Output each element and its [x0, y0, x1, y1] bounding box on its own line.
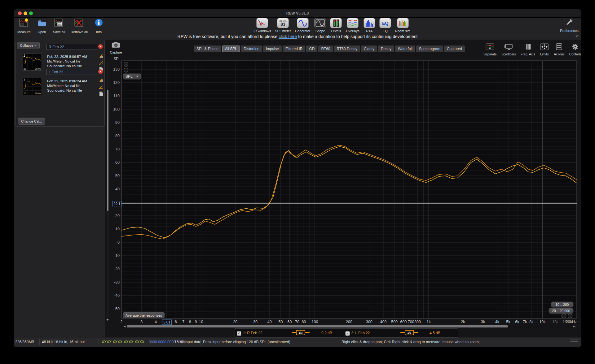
change-cal-button[interactable]: Change Cal... — [18, 118, 45, 125]
info-icon — [93, 18, 104, 29]
info-button[interactable]: Info — [93, 18, 104, 34]
tab-spectrogram[interactable]: Spectrogram — [416, 46, 443, 52]
measurement-2-notes-icon[interactable] — [99, 91, 104, 96]
svg-text:60: 60 — [288, 320, 292, 324]
trace-2-checkbox[interactable]: ✓ — [345, 331, 350, 336]
svg-text:10: 10 — [199, 320, 203, 324]
trace-1-label: 1: R Feb 22 — [243, 331, 262, 335]
save-all-button[interactable]: Save all — [53, 18, 65, 34]
scrollbars-button[interactable]: Scrollbars — [501, 43, 516, 56]
svg-text:-30: -30 — [114, 280, 120, 284]
controls-button[interactable]: Controls — [569, 43, 581, 56]
generator-label: Generator — [295, 29, 311, 33]
capture-icon — [111, 41, 121, 50]
measurement-2-index: 2 — [24, 78, 25, 81]
spl-meter-button[interactable]: dB SPL 83 SPL meter — [275, 18, 291, 33]
open-button[interactable]: Open — [36, 18, 47, 34]
vertical-scrollbar[interactable] — [107, 61, 109, 318]
measurement-2-name-input[interactable]: L Feb 22 — [46, 69, 97, 75]
tab-rt60-decay[interactable]: RT60 Decay — [334, 46, 360, 52]
measurement-2-delete-icon[interactable]: ✕ — [98, 69, 103, 74]
measure-button[interactable]: Measure — [17, 18, 31, 34]
tab-captured[interactable]: Captured — [444, 46, 465, 52]
tab-distortion[interactable]: Distortion — [241, 46, 262, 52]
freq-axis-button[interactable]: Freq. Axis — [521, 43, 535, 56]
freq-range-button[interactable]: 20 .. 20,000 — [549, 308, 574, 314]
room-sim-button[interactable]: Room sim — [395, 18, 411, 33]
tab-filtered-ir[interactable]: Filtered IR — [283, 46, 305, 52]
trace-type-dropdown[interactable]: SPL — [123, 73, 141, 80]
tab-impulse[interactable]: Impulse — [263, 46, 282, 52]
actions-button[interactable]: Actions — [554, 43, 564, 56]
levels-button[interactable]: Levels — [330, 18, 342, 33]
preferences-button[interactable]: Preferences — [557, 18, 582, 32]
measurement-1-name-input[interactable]: R Feb 22 — [46, 44, 97, 50]
scope-button[interactable]: Scope — [314, 18, 326, 33]
tab-decay[interactable]: Decay — [378, 46, 394, 52]
svg-text:100: 100 — [113, 107, 120, 111]
overlays-button[interactable]: Overlays — [346, 18, 359, 33]
separate-button[interactable]: Separate — [483, 43, 497, 56]
capture-button[interactable]: Capture — [108, 41, 123, 54]
tab-all-spl[interactable]: All SPL — [222, 46, 240, 52]
zoom-in-icon[interactable]: + — [124, 62, 128, 67]
svg-text:20: 20 — [233, 320, 237, 324]
tab-spl-phase[interactable]: SPL & Phase — [194, 46, 221, 52]
svg-text:2k: 2k — [461, 320, 465, 324]
trace-1-checkbox[interactable]: ✓ — [237, 331, 241, 336]
measurement-2-thumbnail[interactable]: 2 20 20.0k — [23, 78, 42, 95]
trace-1-smoothing-badge[interactable]: 1/3 — [296, 330, 305, 335]
svg-text:6: 6 — [175, 320, 177, 324]
measurement-1-date: Feb 22, 2025 8:06:57 AM — [47, 55, 87, 58]
ir-windows-button[interactable]: IR windows — [253, 18, 271, 33]
measurement-1-edit-icon[interactable] — [99, 53, 104, 58]
scroll-right-icon[interactable]: ▶ — [573, 325, 575, 328]
measurement-2-edit-icon[interactable] — [99, 78, 104, 83]
measurement-1-delete-icon[interactable]: ✕ — [98, 44, 103, 49]
levels-label: Levels — [331, 29, 341, 33]
range-zoom-out-icon[interactable]: − — [562, 314, 566, 318]
average-responses-button[interactable]: Average the responses — [123, 312, 165, 318]
rta-button[interactable]: RTA — [364, 18, 375, 33]
tab-gd[interactable]: GD — [306, 46, 317, 52]
tab-rt60[interactable]: RT60 — [318, 46, 333, 52]
svg-text:700: 700 — [408, 320, 414, 324]
trace-legend-bar: ✓ 1: R Feb 22 1/3 9.2 dB ✓ 2: L Feb 22 1… — [235, 328, 458, 338]
eq-icon: EQ — [379, 18, 391, 28]
svg-text:1k: 1k — [427, 320, 431, 324]
y-axis-title: SPL — [113, 57, 121, 61]
scroll-left-icon[interactable]: ◀ — [124, 325, 126, 328]
horizontal-scrollbar[interactable]: ◀ ▶ — [123, 325, 576, 328]
svg-text:50: 50 — [278, 320, 283, 324]
db-range-button[interactable]: 10 .. 200 — [551, 301, 574, 308]
svg-text:-20: -20 — [114, 267, 120, 271]
tab-waterfall[interactable]: Waterfall — [395, 46, 415, 52]
svg-text:40: 40 — [115, 187, 120, 191]
svg-text:10k: 10k — [539, 320, 546, 324]
scope-icon — [314, 18, 326, 28]
trace-2-smoothing-badge[interactable]: 1/3 — [405, 330, 414, 335]
limits-button[interactable]: Limits — [540, 43, 549, 56]
measurement-2-date: Feb 22, 2025 8:06:24 AM — [47, 79, 87, 83]
donation-close-icon[interactable]: × — [574, 33, 579, 39]
eq-label: EQ — [383, 29, 388, 33]
zoom-out-icon[interactable]: − — [124, 68, 128, 72]
measurement-2-trim-icon[interactable] — [99, 84, 104, 89]
range-zoom-in-icon[interactable]: + — [568, 314, 572, 318]
tab-clarity[interactable]: Clarity — [361, 46, 377, 52]
svg-text:4k: 4k — [495, 320, 500, 324]
svg-text:3: 3 — [140, 320, 143, 324]
measurement-1-trim-icon[interactable] — [99, 60, 104, 65]
vertical-scrollbar-thumb[interactable] — [107, 90, 108, 211]
remove-all-button[interactable]: Remove all — [71, 18, 88, 34]
horizontal-scrollbar-thumb[interactable] — [127, 325, 508, 327]
donation-link[interactable]: click here — [279, 34, 297, 39]
resize-grip[interactable] — [570, 340, 578, 344]
eq-button[interactable]: EQ EQ — [379, 18, 391, 33]
spl-chart[interactable]: SPL1301201101009080706050403020100-10-20… — [105, 57, 584, 331]
measurement-1-thumbnail[interactable]: 1 20 20.0k — [23, 53, 42, 71]
vertical-scrollbar-arrow-icon[interactable] — [106, 319, 109, 321]
svg-text:7k: 7k — [523, 320, 527, 324]
generator-button[interactable]: Generator — [295, 18, 311, 33]
collapse-panel-button[interactable]: Collapse« — [17, 42, 40, 49]
